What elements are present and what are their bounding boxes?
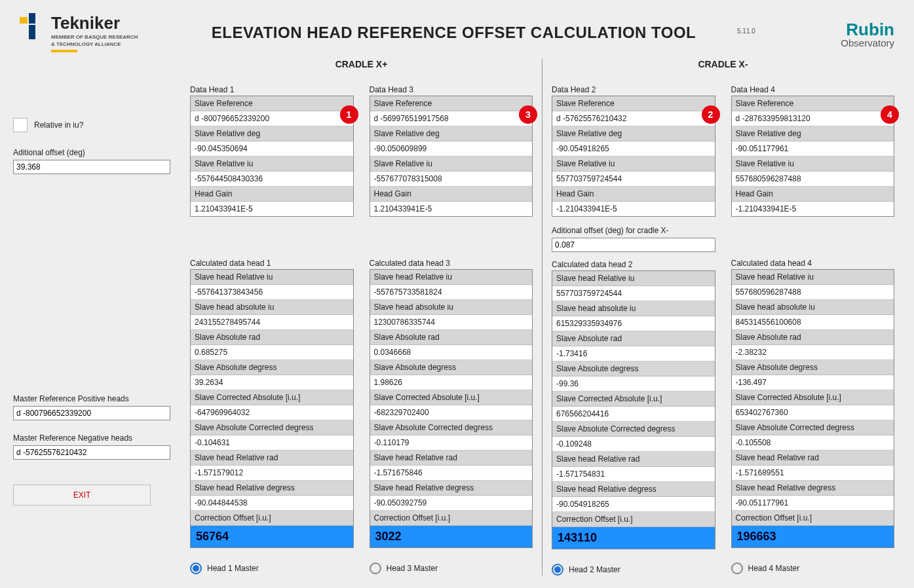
slave-relative-iu-label: Slave Relative iu xyxy=(370,156,533,172)
calc-value: -1.571754831 xyxy=(552,467,715,482)
calc-value: -1.571689551 xyxy=(732,466,894,481)
calc-label: Slave head Relative iu xyxy=(552,271,715,286)
correction-offset-label: Correction Offset [i.u.] xyxy=(732,511,894,526)
calc-value: 557703759724544 xyxy=(552,286,715,301)
svg-rect-2 xyxy=(29,25,35,39)
svg-rect-0 xyxy=(20,17,28,24)
calc-label: Slave head Relative rad xyxy=(191,450,353,466)
slave-reference-value[interactable]: d -57625576210432 xyxy=(552,111,715,126)
head-gain-label: Head Gain xyxy=(370,187,533,202)
head-gain-value[interactable]: -1.210433941E-5 xyxy=(552,202,715,216)
calc-value: 845314556100608 xyxy=(732,315,894,330)
calc-value: 0.685275 xyxy=(191,345,353,360)
calc-value: -90.044844538 xyxy=(191,496,353,511)
slave-reference-value[interactable]: d -800796652339200 xyxy=(191,111,353,126)
calc-label: Slave Corrected Absolute [i.u.] xyxy=(732,390,894,405)
calc-label: Slave Absolute rad xyxy=(732,330,894,345)
head-badge-4: 4 xyxy=(881,105,899,124)
calc-value: 0.0346668 xyxy=(370,345,533,360)
calc-value: -557675733581824 xyxy=(370,285,533,300)
calc-label: Slave head Relative iu xyxy=(732,270,894,285)
calc-label: Slave Absolute Corrected degress xyxy=(191,420,353,435)
head-gain-label: Head Gain xyxy=(552,187,715,202)
calc-head-4-title: Calculated data head 4 xyxy=(731,259,895,268)
calc-label: Slave Corrected Absolute [i.u.] xyxy=(191,390,353,405)
calc-label: Slave head Relative rad xyxy=(552,452,715,467)
head-3-master-label: Head 3 Master xyxy=(387,564,438,573)
additional-offset-label: Aditional offset (deg) xyxy=(13,148,170,157)
master-negative-input[interactable] xyxy=(13,445,170,460)
calc-label: Slave Absolute Corrected degress xyxy=(370,420,533,435)
head-4-master-label: Head 4 Master xyxy=(748,564,800,573)
cradle-xm-title: CRADLE X- xyxy=(552,59,894,69)
slave-reference-value[interactable]: d -569976519917568 xyxy=(370,111,533,126)
calc-label: Slave head Relative iu xyxy=(191,270,353,285)
slave-reference-label: Slave Reference xyxy=(552,96,715,111)
head-badge-3: 3 xyxy=(519,105,537,124)
slave-relative-iu-label: Slave Relative iu xyxy=(552,156,715,172)
calc-value: 615329335934976 xyxy=(552,316,715,331)
additional-offset-input[interactable] xyxy=(13,160,170,174)
correction-offset-value: 196663 xyxy=(732,526,894,547)
data-head-3-title: Data Head 3 xyxy=(370,85,533,94)
slave-relative-deg-value[interactable]: -90.045350694 xyxy=(191,141,353,156)
head-2-master-radio[interactable]: Head 2 Master xyxy=(552,564,715,576)
calc-label: Slave Absolute Corrected degress xyxy=(552,422,715,437)
head-4-master-radio[interactable]: Head 4 Master xyxy=(731,562,895,574)
head-gain-value[interactable]: -1.210433941E-5 xyxy=(732,202,894,216)
slave-relative-deg-label: Slave Relative deg xyxy=(552,126,715,141)
calc-head-1-group: Slave head Relative iu-557641373843456Sl… xyxy=(190,269,354,548)
head-gain-value[interactable]: 1.210433941E-5 xyxy=(370,202,533,216)
calc-value: -136.497 xyxy=(732,375,894,390)
calc-value: -682329702400 xyxy=(370,405,533,420)
calc-label: Slave head absolute iu xyxy=(191,300,353,315)
head-badge-1: 1 xyxy=(340,105,358,124)
calc-head-1-title: Calculated data head 1 xyxy=(190,259,354,268)
correction-offset-label: Correction Offset [i.u.] xyxy=(191,511,353,526)
calc-value: -2.38232 xyxy=(732,345,894,360)
master-positive-label: Master Reference Positive heads xyxy=(13,394,170,403)
calc-value: -99.36 xyxy=(552,377,715,392)
data-head-3-group: 3Slave Referenced -569976519917568Slave … xyxy=(370,96,533,217)
correction-offset-value: 3022 xyxy=(370,526,533,547)
additional-offset-xm-input[interactable] xyxy=(552,238,715,252)
slave-relative-deg-label: Slave Relative deg xyxy=(370,126,533,141)
calc-head-3-title: Calculated data head 3 xyxy=(370,259,533,268)
calc-label: Slave Absolute degress xyxy=(370,360,533,375)
relative-in-iu-checkbox[interactable] xyxy=(13,118,28,132)
calc-value: -90.051177961 xyxy=(732,496,894,511)
slave-reference-value[interactable]: d -287633959813120 xyxy=(732,111,894,126)
calc-label: Slave head absolute iu xyxy=(732,300,894,315)
slave-reference-label: Slave Reference xyxy=(732,96,894,111)
slave-relative-deg-value[interactable]: -90.054918265 xyxy=(552,141,715,156)
calc-value: 1.98626 xyxy=(370,375,533,390)
master-negative-label: Master Reference Negative heads xyxy=(13,433,170,443)
calc-value: -647969964032 xyxy=(191,405,353,420)
calc-head-2-title: Calculated data head 2 xyxy=(552,260,715,269)
exit-button[interactable]: EXIT xyxy=(13,485,151,505)
calc-value: -0.109248 xyxy=(552,437,715,452)
slave-relative-iu-label: Slave Relative iu xyxy=(191,156,353,172)
calc-value: -0.110179 xyxy=(370,435,533,450)
master-positive-input[interactable] xyxy=(13,406,170,420)
head-3-master-radio[interactable]: Head 3 Master xyxy=(370,562,533,574)
calc-value: -1.73416 xyxy=(552,346,715,361)
calc-label: Slave Absolute degress xyxy=(552,361,715,377)
calc-value: 676566204416 xyxy=(552,407,715,422)
calc-value: 12300786335744 xyxy=(370,315,533,330)
slave-relative-iu-value[interactable]: -557644508430336 xyxy=(191,172,353,187)
cradle-xp-title: CRADLE X+ xyxy=(190,59,533,69)
slave-relative-iu-value[interactable]: -557677078315008 xyxy=(370,172,533,187)
slave-relative-iu-value[interactable]: 557680596287488 xyxy=(732,172,894,187)
data-head-2-group: 2Slave Referenced -57625576210432Slave R… xyxy=(552,96,715,217)
head-1-master-radio[interactable]: Head 1 Master xyxy=(190,562,354,574)
calc-label: Slave Corrected Absolute [i.u.] xyxy=(370,390,533,405)
slave-relative-deg-value[interactable]: -90.050609899 xyxy=(370,141,533,156)
head-gain-value[interactable]: 1.210433941E-5 xyxy=(191,202,353,216)
slave-relative-deg-value[interactable]: -90.051177961 xyxy=(732,141,894,156)
slave-relative-iu-value[interactable]: 557703759724544 xyxy=(552,172,715,187)
correction-offset-label: Correction Offset [i.u.] xyxy=(552,512,715,527)
head-1-master-label: Head 1 Master xyxy=(207,564,259,573)
calc-head-3-group: Slave head Relative iu-557675733581824Sl… xyxy=(370,269,533,548)
slave-reference-label: Slave Reference xyxy=(370,96,533,111)
